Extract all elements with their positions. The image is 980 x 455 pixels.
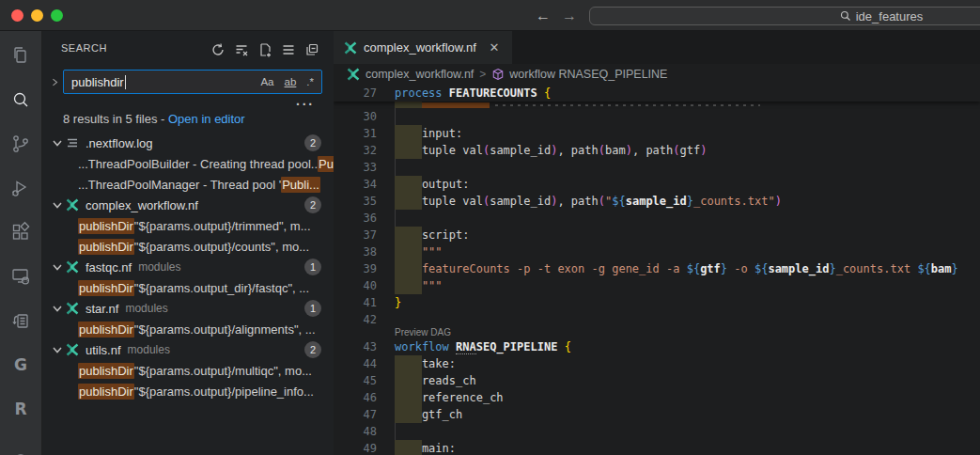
line-number: 46 <box>334 389 377 406</box>
source-control-icon <box>9 133 32 155</box>
whole-word-button[interactable]: ab <box>283 75 299 88</box>
command-center-search[interactable]: ide_features <box>589 7 980 25</box>
r-language-icon: R <box>14 400 26 418</box>
code-line[interactable]: 32 tuple val(sample_id), path(bam), path… <box>334 142 980 159</box>
code-line[interactable]: 30 <box>334 108 980 125</box>
search-result-match-row[interactable]: publishDir "${params.output}/counts", mo… <box>42 236 334 257</box>
code-line[interactable]: 44 take: <box>334 355 980 372</box>
code-line[interactable]: 36 <box>334 210 980 227</box>
line-number: 31 <box>334 125 377 142</box>
code-area[interactable]: 27process FEATURECOUNTS { 3031 input:32 … <box>334 85 980 455</box>
code-text: script: <box>395 227 469 243</box>
search-result-match-row[interactable]: publishDir "${params.output}/alignments"… <box>42 319 334 339</box>
nav-back-button[interactable]: ← <box>532 5 554 27</box>
line-number: 36 <box>334 210 377 227</box>
regex-button[interactable]: .* <box>304 75 316 88</box>
match-highlight: publishDir <box>78 280 134 296</box>
toggle-search-details-button[interactable]: ··· <box>296 97 315 112</box>
code-line[interactable]: 40 """ <box>334 277 980 294</box>
open-new-search-editor-icon[interactable] <box>255 39 274 59</box>
clear-search-results-icon[interactable] <box>231 39 251 59</box>
search-input[interactable]: publishdir Aaab.* <box>63 70 322 94</box>
code-text: tuple val(sample_id), path(bam), path(gt… <box>395 142 707 159</box>
line-number: 37 <box>334 227 377 243</box>
sticky-scroll-line[interactable]: 27process FEATURECOUNTS { <box>334 85 980 102</box>
activity-item-gitlens[interactable]: G <box>0 342 41 386</box>
breadcrumb-symbol[interactable]: workflow RNASEQ_PIPELINE <box>491 68 667 81</box>
traffic-light-close[interactable] <box>11 9 23 22</box>
chevron-down-icon[interactable] <box>50 135 65 150</box>
code-line[interactable]: 43workflow RNASEQ_PIPELINE { <box>334 338 980 355</box>
search-result-file-row[interactable]: complex_workflow.nf2 <box>42 195 334 215</box>
symbol-class-icon <box>491 68 505 81</box>
search-result-file-row[interactable]: .nextflow.log2 <box>42 133 334 153</box>
code-line[interactable]: 33 <box>334 159 980 176</box>
tab-complex-workflow[interactable]: complex_workflow.nf ✕ <box>334 31 512 64</box>
line-number: 49 <box>334 440 377 455</box>
activity-item-source-control[interactable] <box>0 121 41 165</box>
line-number: 41 <box>334 294 377 311</box>
code-line[interactable]: 35 tuple val(sample_id), path("${sample_… <box>334 193 980 210</box>
search-result-match-row[interactable]: publishDir "${params.output}/trimmed", m… <box>42 215 334 236</box>
chevron-down-icon[interactable] <box>50 197 65 212</box>
code-line[interactable]: 34 output: <box>334 176 980 193</box>
collapse-all-icon[interactable] <box>302 39 321 59</box>
search-result-match-row[interactable]: publishDir "${params.output}/multiqc", m… <box>42 360 334 381</box>
activity-item-remote-explorer[interactable] <box>0 254 41 298</box>
code-line[interactable]: 39 featureCounts -p -t exon -g gene_id -… <box>334 260 980 277</box>
code-line[interactable]: 37 script: <box>334 227 980 243</box>
activity-item-extensions[interactable] <box>0 210 41 254</box>
activity-item-r-language[interactable]: R <box>0 386 41 431</box>
clipped-text <box>495 104 760 106</box>
tab-title: complex_workflow.nf <box>364 40 476 55</box>
code-line[interactable]: 42 <box>334 311 980 328</box>
search-result-match-row[interactable]: publishDir "${params.output}/pipeline_in… <box>42 381 334 401</box>
chevron-down-icon[interactable] <box>50 342 65 357</box>
chevron-down-icon[interactable] <box>50 259 65 275</box>
view-as-tree-icon[interactable] <box>278 39 298 59</box>
refresh-icon[interactable] <box>208 39 227 59</box>
code-text: featureCounts -p -t exon -g gene_id -a $… <box>395 260 958 277</box>
search-result-file-row[interactable]: star.nfmodules1 <box>42 298 334 319</box>
match-highlight: publishDir <box>78 322 134 337</box>
search-result-match-row[interactable]: ...ThreadPoolBuilder - Creating thread p… <box>42 153 334 174</box>
activity-item-search[interactable] <box>0 77 41 121</box>
search-result-match-row[interactable]: publishDir "${params.output_dir}/fastqc"… <box>42 277 334 298</box>
activity-item-explorer[interactable] <box>0 33 41 77</box>
code-text: """ <box>395 243 443 260</box>
open-in-editor-link[interactable]: Open in editor <box>168 112 245 126</box>
code-line[interactable]: 46 reference_ch <box>334 389 980 406</box>
search-result-file-row[interactable]: fastqc.nfmodules1 <box>42 257 334 277</box>
folder-label: modules <box>138 260 180 274</box>
traffic-light-minimize[interactable] <box>31 9 43 22</box>
file-name: star.nf <box>86 302 118 316</box>
match-case-button[interactable]: Aa <box>258 75 275 88</box>
line-number: 30 <box>334 108 377 125</box>
code-line[interactable]: 45 reads_ch <box>334 372 980 389</box>
run-debug-icon <box>9 177 32 199</box>
code-line[interactable]: 49 main: <box>334 440 980 455</box>
match-text: ...ThreadPoolBuilder - Creating thread p… <box>78 157 318 171</box>
activity-item-tasks[interactable] <box>0 298 41 342</box>
breadcrumb-file[interactable]: complex_workflow.nf <box>346 67 474 82</box>
code-text: input: <box>395 125 462 142</box>
code-line[interactable]: 31 input: <box>334 125 980 142</box>
nav-forward-button[interactable]: → <box>558 5 581 27</box>
code-line[interactable]: 38 """ <box>334 243 980 260</box>
match-text: ...ThreadPoolManager - Thread pool ' <box>78 178 281 192</box>
code-line[interactable]: 47 gtf_ch <box>334 406 980 423</box>
codelens-preview-dag[interactable]: Preview DAG <box>395 327 451 337</box>
chevron-down-icon[interactable] <box>50 301 65 316</box>
code-line[interactable]: 48 <box>334 423 980 440</box>
traffic-light-zoom[interactable] <box>51 9 63 22</box>
nextflow-icon <box>65 301 81 316</box>
code-line[interactable]: 41} <box>334 294 980 311</box>
activity-item-run-debug[interactable] <box>0 165 41 210</box>
breadcrumb-separator: > <box>479 68 486 81</box>
search-result-match-row[interactable]: ...ThreadPoolManager - Thread pool 'Publ… <box>42 174 334 195</box>
activity-item-partial-bottom[interactable] <box>0 431 41 455</box>
tab-close-button[interactable]: ✕ <box>486 39 503 56</box>
search-result-file-row[interactable]: utils.nfmodules2 <box>42 339 334 360</box>
match-highlight: Publi... <box>281 177 320 193</box>
toggle-replace-button[interactable] <box>50 74 60 91</box>
